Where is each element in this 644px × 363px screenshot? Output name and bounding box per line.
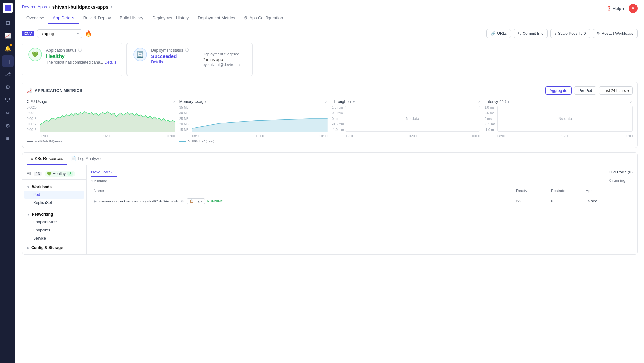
sidebar-icon-shield[interactable]: 🛡	[2, 94, 14, 106]
scale-pods-button[interactable]: ↕ Scale Pods To 0	[550, 29, 590, 38]
sidebar-icon-config[interactable]: ⚙	[2, 120, 14, 132]
restart-workloads-button[interactable]: ↻ Restart Workloads	[593, 29, 638, 38]
pod-menu-icon[interactable]: ⋮	[620, 198, 630, 204]
old-pods-tab[interactable]: Old Pods (0)	[609, 170, 633, 174]
main-content: Devtron Apps / shivani-buildpacks-apps ▾…	[15, 0, 644, 363]
deployment-user: by shivani@devtron.ai	[203, 63, 241, 67]
logo[interactable]	[3, 3, 13, 13]
sidebar-icon-chart[interactable]: 📈	[2, 30, 14, 41]
commit-info-button[interactable]: ⇆ Commit Info	[514, 29, 548, 38]
filter-healthy-label: Healthy	[53, 172, 66, 176]
pod-copy-icon[interactable]: ⧉	[179, 198, 185, 204]
workloads-header[interactable]: ▼ Workloads	[22, 183, 86, 191]
flame-icon[interactable]: 🔥	[85, 30, 92, 37]
app-status-icon: 💚	[28, 47, 42, 62]
breadcrumb-separator: /	[49, 5, 50, 9]
memory-expand-icon[interactable]: ⤢	[325, 100, 328, 103]
user-avatar[interactable]: A	[629, 4, 638, 13]
env-dropdown[interactable]: staging ▾	[37, 29, 82, 38]
col-ready: Ready	[516, 189, 548, 193]
resources-content: All 13 💚 Healthy 8 ▼ Workloads	[22, 165, 637, 254]
workload-pod-item[interactable]: Pod	[24, 191, 84, 199]
cpu-expand-icon[interactable]: ⤢	[172, 100, 175, 103]
new-pods-section: New Pods (1) 1 running	[91, 170, 596, 187]
sidebar-icon-layers[interactable]: ◫	[2, 55, 14, 67]
log-icon: 📄	[71, 156, 76, 161]
resources-tabs: ⎈ K8s Resources 📄 Log Analyzer	[22, 153, 637, 165]
app-status-desc: The rollout has completed cana...	[46, 60, 103, 64]
breadcrumb-current: shivani-buildpacks-apps	[52, 4, 109, 10]
filter-healthy[interactable]: 💚 Healthy 8	[45, 171, 76, 177]
latency-chart-area: 1.0 ms 0.5 ms 0 ms -0.5 ms -1.0 ms No da…	[485, 106, 633, 138]
tab-build-history[interactable]: Build History	[115, 13, 148, 24]
throughput-no-data: No data	[345, 106, 480, 132]
toolbar: ENV staging ▾ 🔥 🔗 URLs ⇆ Commit Info ↕ S…	[22, 29, 638, 38]
throughput-y-labels: 1.0 rpm 0.5 rpm 0 rpm -0.5 rpm -1.0 rpm	[332, 106, 344, 132]
k8s-icon: ⎈	[31, 156, 33, 161]
config-header[interactable]: ▶ Config & Storage	[22, 244, 86, 251]
sidebar-icon-alert[interactable]: 🔔	[2, 43, 14, 54]
cpu-x-labels: 08:00 16:00 00:00	[40, 134, 175, 138]
workload-replicaset-item[interactable]: ReplicaSet	[24, 199, 84, 207]
logs-icon: 📋	[190, 199, 194, 203]
metrics-chart-icon: 📈	[27, 88, 32, 93]
pod-expand-icon[interactable]: ▶	[94, 199, 97, 203]
throughput-expand-icon[interactable]: ⤢	[477, 100, 480, 103]
tab-deployment-history[interactable]: Deployment History	[148, 13, 193, 24]
time-select-chevron-icon: ▾	[627, 88, 629, 93]
pod-name-text: shivani-buildpacks-app-staging-7cdf65dc9…	[99, 199, 178, 203]
workloads-label: Workloads	[32, 185, 52, 189]
sidebar-icon-settings[interactable]: ⚙	[2, 81, 14, 93]
service-item[interactable]: Service	[24, 234, 84, 242]
pod-restarts: 0	[551, 199, 583, 203]
endpoint-slice-item[interactable]: EndpointSlice	[24, 218, 84, 226]
svg-text:💚: 💚	[32, 51, 39, 58]
tab-overview[interactable]: Overview	[22, 13, 48, 24]
tab-log-analyzer[interactable]: 📄 Log Analyzer	[67, 153, 106, 165]
breadcrumb-chevron-icon[interactable]: ▾	[111, 5, 112, 9]
tab-app-configuration[interactable]: ⚙App Configuration	[239, 13, 287, 24]
app-status-info-icon[interactable]: ⓘ	[78, 47, 82, 53]
new-pods-tab[interactable]: New Pods (1)	[91, 170, 117, 174]
charts-grid: CPU Usage ⤢ 0.0020 0.0019 0.0018 0.0017 …	[27, 99, 633, 143]
header: Devtron Apps / shivani-buildpacks-apps ▾…	[15, 0, 644, 24]
memory-y-labels: 35 MB 30 MB 25 MB 20 MB 15 MB	[179, 106, 189, 132]
deployment-time: 2 mins ago	[203, 57, 241, 62]
env-badge[interactable]: ENV	[22, 31, 34, 36]
commit-icon: ⇆	[518, 31, 521, 36]
old-pods-section: Old Pods (0) 0 running	[603, 170, 633, 187]
sidebar-icon-git[interactable]: ⎇	[2, 68, 14, 80]
tab-deployment-metrics[interactable]: Deployment Metrics	[193, 13, 239, 24]
sidebar-icon-grid[interactable]: ⊞	[2, 17, 14, 28]
tab-build-deploy[interactable]: Build & Deploy	[79, 13, 115, 24]
endpoints-item[interactable]: Endpoints	[24, 226, 84, 234]
deployment-status-info-icon[interactable]: ⓘ	[185, 47, 189, 53]
deployment-status-details-link[interactable]: Details	[151, 60, 188, 64]
breadcrumb: Devtron Apps / shivani-buildpacks-apps ▾	[22, 4, 112, 10]
throughput-chart-area: 1.0 rpm 0.5 rpm 0 rpm -0.5 rpm -1.0 rpm …	[332, 106, 480, 138]
filter-all-label[interactable]: All	[27, 172, 31, 176]
resources-section: ⎈ K8s Resources 📄 Log Analyzer All 13 💚	[22, 152, 638, 255]
memory-x-labels: 08:00 16:00 00:00	[192, 134, 328, 138]
aggregate-button[interactable]: Aggregate	[545, 86, 572, 95]
urls-button[interactable]: 🔗 URLs	[486, 29, 511, 38]
tab-app-details[interactable]: App Details	[48, 13, 79, 24]
latency-y-labels: 1.0 ms 0.5 ms 0 ms -0.5 ms -1.0 ms	[485, 106, 495, 132]
help-button[interactable]: ❓ Help ▾	[606, 6, 625, 11]
link-icon: 🔗	[491, 31, 495, 36]
app-status-details-link[interactable]: Details	[104, 60, 116, 64]
breadcrumb-parent[interactable]: Devtron Apps	[22, 5, 47, 9]
per-pod-button[interactable]: Per Pod	[574, 86, 596, 95]
pods-table-header: Name Ready Restarts Age	[91, 187, 633, 195]
status-cards: 💚 Application status ⓘ Healthy The rollo…	[22, 43, 638, 76]
sidebar-badge	[10, 44, 12, 46]
time-range-select[interactable]: Last 24 hours ▾	[599, 86, 633, 95]
tab-k8s-resources[interactable]: ⎈ K8s Resources	[27, 153, 67, 165]
pod-logs-button[interactable]: 📋 Logs	[187, 198, 205, 204]
card-divider	[193, 47, 193, 72]
sidebar-icon-code[interactable]: </>	[2, 107, 14, 119]
sidebar-icon-stack[interactable]: ≡	[2, 133, 14, 144]
latency-expand-icon[interactable]: ⤢	[630, 100, 633, 103]
deployment-status-icon: 🔄	[133, 47, 147, 62]
networking-header[interactable]: ▼ Networking	[22, 211, 86, 218]
